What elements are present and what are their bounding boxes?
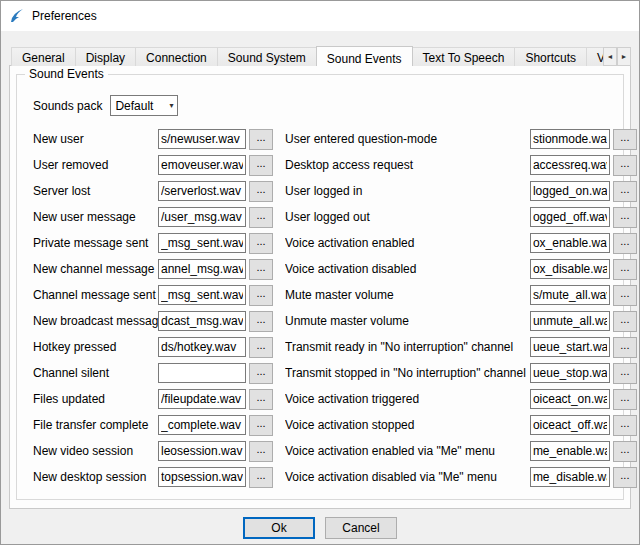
browse-button[interactable]: ... — [249, 415, 273, 436]
tab-sound-events[interactable]: Sound Events — [316, 46, 413, 66]
tab-label: Shortcuts — [525, 51, 576, 65]
browse-button[interactable]: ... — [249, 259, 273, 280]
sound-file-input[interactable] — [158, 207, 246, 227]
sound-file-input[interactable] — [158, 129, 246, 149]
tab-scroll-control: ◄ ► — [603, 47, 631, 66]
dialog-footer: Ok Cancel — [9, 509, 631, 545]
sound-file-input[interactable] — [530, 363, 610, 383]
tab-display[interactable]: Display — [75, 47, 136, 66]
browse-button[interactable]: ... — [613, 363, 637, 384]
tab-text-to-speech[interactable]: Text To Speech — [412, 47, 516, 66]
browse-button[interactable]: ... — [249, 181, 273, 202]
sound-file-input[interactable] — [530, 389, 610, 409]
sound-event-label: Server lost — [33, 184, 158, 198]
tab-scroll-right-button[interactable]: ► — [617, 47, 631, 66]
sound-event-row: New user ... — [33, 126, 273, 152]
sound-file-input[interactable] — [158, 415, 246, 435]
browse-button[interactable]: ... — [613, 181, 637, 202]
browse-button[interactable]: ... — [249, 233, 273, 254]
sounds-pack-label: Sounds pack — [33, 99, 102, 113]
sound-event-label: New user message — [33, 210, 158, 224]
sound-file-input[interactable] — [158, 441, 246, 461]
sound-file-input[interactable] — [530, 415, 610, 435]
sound-event-label: User logged in — [285, 184, 530, 198]
tab-label: General — [22, 51, 65, 65]
browse-button[interactable]: ... — [613, 207, 637, 228]
sound-file-input[interactable] — [530, 129, 610, 149]
app-icon — [9, 8, 25, 24]
tab-connection[interactable]: Connection — [135, 47, 218, 66]
sound-event-row: Voice activation enabled ... — [285, 230, 637, 256]
sound-file-input[interactable] — [530, 155, 610, 175]
sound-file-input[interactable] — [530, 337, 610, 357]
browse-button[interactable]: ... — [249, 441, 273, 462]
sound-event-row: Unmute master volume ... — [285, 308, 637, 334]
sound-event-label: Voice activation enabled via "Me" menu — [285, 444, 530, 458]
sound-file-input[interactable] — [530, 311, 610, 331]
browse-button[interactable]: ... — [249, 207, 273, 228]
sound-file-input[interactable] — [530, 181, 610, 201]
tab-general[interactable]: General — [11, 47, 76, 66]
cancel-button[interactable]: Cancel — [325, 517, 397, 539]
sound-file-input[interactable] — [530, 441, 610, 461]
browse-button[interactable]: ... — [249, 363, 273, 384]
browse-button[interactable]: ... — [613, 259, 637, 280]
titlebar: Preferences — [1, 1, 639, 31]
sound-event-label: New channel message — [33, 262, 158, 276]
browse-button[interactable]: ... — [613, 311, 637, 332]
right-column: User entered question-mode ... Desktop a… — [285, 126, 637, 490]
sound-file-input[interactable] — [158, 181, 246, 201]
browse-button[interactable]: ... — [613, 337, 637, 358]
sound-event-row: New user message ... — [33, 204, 273, 230]
sound-file-input[interactable] — [158, 233, 246, 253]
sound-file-input[interactable] — [530, 467, 610, 487]
sound-file-input[interactable] — [158, 389, 246, 409]
ok-button[interactable]: Ok — [243, 517, 315, 539]
browse-button[interactable]: ... — [249, 311, 273, 332]
sound-event-row: Desktop access request ... — [285, 152, 637, 178]
sound-file-input[interactable] — [530, 259, 610, 279]
browse-button[interactable]: ... — [249, 285, 273, 306]
browse-button[interactable]: ... — [613, 389, 637, 410]
sound-event-row: Voice activation triggered ... — [285, 386, 637, 412]
sound-event-row: New broadcast message ... — [33, 308, 273, 334]
browse-button[interactable]: ... — [249, 467, 273, 488]
tab-scroll-left-button[interactable]: ◄ — [603, 47, 617, 66]
sound-file-input[interactable] — [158, 285, 246, 305]
sounds-pack-select[interactable]: Default ▾ — [110, 95, 178, 116]
browse-button[interactable]: ... — [249, 129, 273, 150]
browse-button[interactable]: ... — [613, 233, 637, 254]
sound-event-label: New desktop session — [33, 470, 158, 484]
sound-file-input[interactable] — [158, 311, 246, 331]
sound-file-input[interactable] — [530, 233, 610, 253]
sound-event-row: User removed ... — [33, 152, 273, 178]
tab-sound-system[interactable]: Sound System — [217, 47, 317, 66]
browse-button[interactable]: ... — [613, 129, 637, 150]
sound-event-row: Voice activation enabled via "Me" menu .… — [285, 438, 637, 464]
browse-button[interactable]: ... — [613, 155, 637, 176]
sound-event-row: File transfer complete ... — [33, 412, 273, 438]
sound-file-input[interactable] — [158, 467, 246, 487]
browse-button[interactable]: ... — [249, 337, 273, 358]
sound-event-row: Files updated ... — [33, 386, 273, 412]
sound-event-label: Voice activation triggered — [285, 392, 530, 406]
tab-bar: General Display Connection Sound System … — [9, 45, 631, 66]
sound-event-row: Voice activation stopped ... — [285, 412, 637, 438]
browse-button[interactable]: ... — [613, 285, 637, 306]
browse-button[interactable]: ... — [613, 415, 637, 436]
sound-file-input[interactable] — [158, 363, 246, 383]
browse-button[interactable]: ... — [249, 155, 273, 176]
browse-button[interactable]: ... — [613, 467, 637, 488]
sound-event-row: Hotkey pressed ... — [33, 334, 273, 360]
sound-file-input[interactable] — [158, 259, 246, 279]
sound-event-row: Channel silent ... — [33, 360, 273, 386]
sound-file-input[interactable] — [530, 207, 610, 227]
sound-file-input[interactable] — [158, 155, 246, 175]
sound-event-label: Hotkey pressed — [33, 340, 158, 354]
sound-file-input[interactable] — [530, 285, 610, 305]
tab-shortcuts[interactable]: Shortcuts — [514, 47, 587, 66]
browse-button[interactable]: ... — [249, 389, 273, 410]
sound-event-label: Channel silent — [33, 366, 158, 380]
browse-button[interactable]: ... — [613, 441, 637, 462]
sound-file-input[interactable] — [158, 337, 246, 357]
